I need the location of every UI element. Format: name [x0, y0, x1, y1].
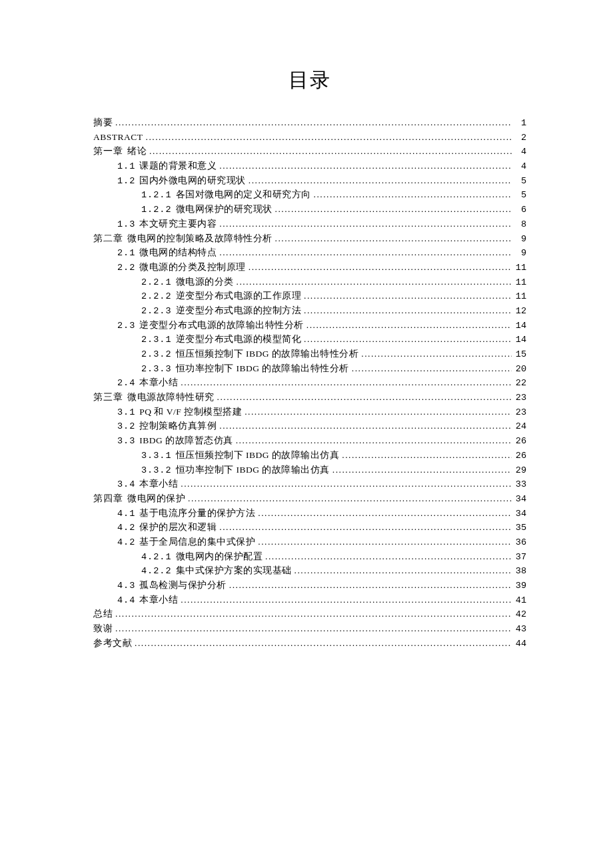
toc-leader-dots	[135, 639, 512, 648]
toc-entry-page: 20	[514, 365, 526, 374]
toc-entry-page: 5	[514, 177, 526, 186]
toc-leader-dots	[258, 509, 512, 518]
toc-entry[interactable]: 3.3IBDG 的故障暂态仿真26	[93, 436, 526, 446]
toc-entry-number: 2.3.1	[141, 335, 172, 345]
toc-entry-label: 课题的背景和意义	[139, 161, 217, 171]
toc-entry-page: 23	[514, 393, 526, 403]
toc-leader-dots	[332, 465, 512, 475]
toc-entry[interactable]: 摘要1	[93, 118, 526, 128]
toc-entry-label: 微电网保护的研究现状	[176, 205, 273, 214]
toc-entry[interactable]: 第二章微电网的控制策略及故障特性分析9	[93, 234, 526, 244]
toc-entry[interactable]: 2.1微电网的结构特点9	[93, 248, 526, 258]
toc-entry[interactable]: 2.3.1逆变型分布式电源的模型简化14	[93, 335, 526, 345]
toc-entry[interactable]: 1.1课题的背景和意义4	[93, 161, 526, 171]
toc-leader-dots	[304, 306, 512, 315]
toc-entry-number: 4.2	[117, 538, 135, 547]
toc-entry-label: 控制策略仿真算例	[139, 421, 217, 431]
toc-entry-number: 第一章	[93, 147, 123, 157]
toc-entry-page: 39	[514, 581, 526, 591]
toc-entry[interactable]: 1.2.2微电网保护的研究现状6	[93, 205, 526, 215]
toc-entry-label: 逆变型分布式电源的工作原理	[176, 291, 302, 301]
toc-entry-page: 23	[514, 408, 526, 417]
toc-leader-dots	[275, 205, 512, 214]
toc-entry[interactable]: 4.1基于电流序分量的保护方法34	[93, 509, 526, 519]
toc-entry-number: 2.2.2	[141, 292, 172, 301]
toc-leader-dots	[249, 176, 512, 185]
toc-entry[interactable]: 2.2.3逆变型分布式电源的控制方法12	[93, 306, 526, 316]
toc-entry[interactable]: 2.2.1微电源的分类11	[93, 277, 526, 287]
toc-entry-label: 各国对微电网的定义和研究方向	[176, 190, 311, 199]
toc-entry-page: 33	[514, 480, 526, 489]
toc-leader-dots	[149, 147, 512, 156]
toc-entry-page: 8	[514, 220, 526, 229]
toc-entry-page: 4	[514, 147, 526, 157]
toc-entry[interactable]: 总结42	[93, 609, 526, 619]
toc-entry[interactable]: 第四章微电网的保护34	[93, 494, 526, 504]
toc-entry-page: 11	[514, 292, 526, 301]
toc-entry-page: 37	[514, 553, 526, 562]
toc-entry[interactable]: 3.1PQ 和 V/F 控制模型搭建23	[93, 407, 526, 417]
toc-entry-label: 保护的层次和逻辑	[139, 523, 217, 532]
toc-entry-number: 4.1	[117, 509, 135, 519]
toc-entry[interactable]: 2.4本章小结22	[93, 378, 526, 388]
toc-entry-label: 微电源的分类及控制原理	[139, 263, 246, 272]
toc-entry-page: 38	[514, 567, 526, 576]
toc-entry-number: 第二章	[93, 235, 123, 244]
toc-entry[interactable]: 2.2.2逆变型分布式电源的工作原理11	[93, 291, 526, 301]
toc-entry[interactable]: 4.2基于全局信息的集中式保护36	[93, 537, 526, 547]
toc-entry-label: 绪论	[127, 147, 147, 156]
toc-entry-page: 1	[514, 119, 526, 128]
toc-entry-label: 微电网的保护	[127, 494, 185, 503]
toc-entry[interactable]: 1.2国内外微电网的研究现状5	[93, 176, 526, 186]
toc-entry[interactable]: 1.3本文研究主要内容8	[93, 219, 526, 229]
toc-entry[interactable]: 第三章微电源故障特性研究23	[93, 393, 526, 403]
toc-entry[interactable]: ABSTRACT2	[93, 133, 526, 143]
toc-entry-page: 42	[514, 610, 526, 619]
page-title: 目录	[93, 67, 526, 94]
toc-entry[interactable]: 4.2.1微电网内的保护配置37	[93, 552, 526, 562]
toc-entry-label: 致谢	[93, 624, 113, 633]
toc-leader-dots	[181, 479, 512, 489]
toc-entry-page: 5	[514, 191, 526, 200]
toc-entry[interactable]: 4.4本章小结41	[93, 595, 526, 605]
toc-leader-dots	[275, 234, 512, 243]
toc-leader-dots	[314, 190, 512, 199]
toc-entry-page: 43	[514, 625, 526, 634]
toc-entry[interactable]: 3.2控制策略仿真算例24	[93, 421, 526, 431]
toc-entry[interactable]: 4.2.2集中式保护方案的实现基础38	[93, 566, 526, 576]
toc-entry-page: 34	[514, 495, 526, 504]
table-of-contents: 摘要1ABSTRACT2第一章绪论41.1课题的背景和意义41.2国内外微电网的…	[93, 118, 526, 648]
toc-entry[interactable]: 2.2微电源的分类及控制原理11	[93, 263, 526, 273]
toc-entry[interactable]: 2.3.3恒功率控制下 IBDG 的故障输出特性分析20	[93, 364, 526, 374]
toc-entry-number: 第四章	[93, 495, 123, 504]
toc-entry-label: 逆变型分布式电源的控制方法	[176, 306, 302, 315]
toc-entry-page: 34	[514, 509, 526, 519]
toc-entry[interactable]: 2.3.2恒压恒频控制下 IBDG 的故障输出特性分析15	[93, 349, 526, 359]
toc-entry-page: 26	[514, 437, 526, 446]
toc-entry[interactable]: 4.2保护的层次和逻辑35	[93, 523, 526, 533]
toc-entry[interactable]: 3.4本章小结33	[93, 479, 526, 489]
toc-entry-label: 恒压恒频控制下 IBDG 的故障输出特性分析	[176, 349, 359, 359]
toc-entry[interactable]: 1.2.1各国对微电网的定义和研究方向5	[93, 190, 526, 200]
toc-entry-label: 恒功率控制下 IBDG 的故障输出特性分析	[176, 364, 349, 373]
toc-entry[interactable]: 4.3孤岛检测与保护分析39	[93, 581, 526, 591]
toc-leader-dots	[361, 349, 512, 359]
toc-entry-label: 国内外微电网的研究现状	[139, 176, 246, 185]
toc-leader-dots	[181, 378, 512, 387]
toc-entry-page: 6	[514, 205, 526, 215]
toc-entry[interactable]: 参考文献44	[93, 639, 526, 649]
toc-leader-dots	[342, 451, 512, 460]
toc-entry-label: 微电源故障特性研究	[127, 393, 215, 402]
toc-entry[interactable]: 3.3.1恒压恒频控制下 IBDG 的故障输出仿真26	[93, 451, 526, 461]
toc-entry[interactable]: 2.3逆变型分布式电源的故障输出特性分析14	[93, 321, 526, 331]
toc-entry[interactable]: 致谢43	[93, 624, 526, 634]
toc-leader-dots	[352, 364, 512, 373]
toc-entry-label: 集中式保护方案的实现基础	[176, 566, 292, 575]
toc-leader-dots	[181, 595, 512, 605]
toc-entry-page: 29	[514, 466, 526, 475]
toc-entry-number: 第三章	[93, 393, 123, 403]
toc-entry-page: 14	[514, 321, 526, 331]
toc-entry-page: 15	[514, 350, 526, 359]
toc-entry[interactable]: 3.3.2恒功率控制下 IBDG 的故障输出仿真29	[93, 465, 526, 475]
toc-entry[interactable]: 第一章绪论4	[93, 147, 526, 157]
